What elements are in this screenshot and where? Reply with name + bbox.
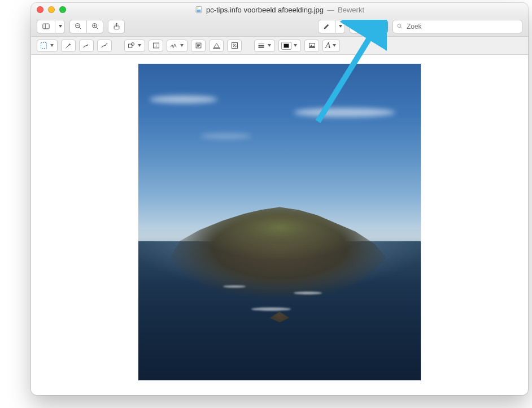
- sign-button[interactable]: [167, 40, 187, 52]
- highlighter-icon: [322, 22, 331, 31]
- canvas-area[interactable]: [31, 55, 528, 395]
- app-window: pc-tips.info voorbeeld afbeelding.jpg — …: [31, 3, 528, 395]
- svg-point-14: [398, 24, 401, 28]
- note-button[interactable]: [191, 40, 206, 52]
- magic-wand-icon: [64, 41, 73, 50]
- adjust-color-button[interactable]: [209, 40, 224, 52]
- chevron-down-icon: [138, 44, 141, 47]
- selection-tool-button[interactable]: [37, 40, 58, 52]
- document-icon: [195, 6, 203, 14]
- rotate-icon: [354, 22, 363, 31]
- draw-tool-button[interactable]: [97, 40, 112, 52]
- svg-rect-3: [43, 24, 49, 29]
- markup-icon: [376, 22, 384, 31]
- close-window-button[interactable]: [37, 6, 43, 13]
- chevron-down-icon: [339, 25, 342, 28]
- border-color-button[interactable]: [278, 40, 301, 52]
- svg-marker-26: [213, 44, 219, 48]
- draw-icon: [101, 41, 109, 50]
- zoom-out-button[interactable]: [69, 20, 86, 33]
- main-toolbar: [31, 16, 528, 37]
- chevron-down-icon: [268, 44, 271, 47]
- minimize-window-button[interactable]: [48, 6, 55, 13]
- instant-alpha-button[interactable]: [61, 40, 76, 52]
- svg-text:T: T: [155, 44, 157, 47]
- svg-line-7: [79, 27, 81, 29]
- window-title: pc-tips.info voorbeeld afbeelding.jpg — …: [31, 6, 528, 14]
- svg-line-11: [96, 27, 98, 29]
- text-tool-button[interactable]: T: [149, 40, 163, 52]
- adjust-size-button[interactable]: [227, 40, 242, 52]
- zoom-out-icon: [74, 22, 82, 31]
- svg-point-2: [197, 7, 198, 8]
- chevron-down-icon: [333, 44, 336, 47]
- line-weight-icon: [257, 41, 265, 50]
- zoom-in-icon: [91, 22, 99, 31]
- svg-line-15: [400, 27, 402, 28]
- text-style-button[interactable]: A: [322, 40, 340, 52]
- sketch-tool-button[interactable]: [79, 40, 94, 52]
- search-field[interactable]: [393, 20, 522, 33]
- border-color-swatch: [281, 42, 291, 50]
- window-title-filename: pc-tips.info voorbeeld afbeelding.jpg: [206, 6, 324, 14]
- highlight-tool: [318, 20, 345, 33]
- markup-toggle-button[interactable]: [371, 20, 388, 33]
- chevron-down-icon: [180, 44, 184, 47]
- titlebar: pc-tips.info voorbeeld afbeelding.jpg — …: [31, 3, 528, 16]
- rotate-button[interactable]: [350, 20, 367, 33]
- share-button[interactable]: [108, 20, 125, 33]
- sidebar-toggle: [37, 20, 65, 33]
- fill-color-icon: [308, 41, 316, 50]
- shapes-icon: [127, 41, 136, 50]
- markup-toolbar: T A: [31, 37, 528, 55]
- chevron-down-icon: [50, 44, 54, 47]
- window-controls: [37, 6, 66, 13]
- svg-point-17: [106, 43, 107, 44]
- search-icon: [396, 23, 403, 30]
- image-content: [138, 64, 421, 380]
- svg-rect-16: [41, 43, 47, 49]
- svg-rect-0: [196, 6, 202, 12]
- sidebar-menu-button[interactable]: [55, 20, 65, 33]
- zoom-controls: [69, 20, 103, 33]
- chevron-down-icon: [294, 44, 297, 47]
- text-box-icon: T: [152, 41, 160, 50]
- border-style-button[interactable]: [254, 40, 275, 52]
- chevron-down-icon: [59, 25, 62, 28]
- sidebar-icon: [42, 22, 50, 31]
- sidebar-button[interactable]: [37, 20, 55, 33]
- resize-icon: [230, 41, 239, 50]
- sketch-icon: [82, 41, 91, 50]
- search-input[interactable]: [407, 23, 518, 31]
- selection-icon: [40, 41, 48, 50]
- window-title-separator: —: [327, 6, 334, 14]
- fill-color-button[interactable]: [304, 40, 319, 52]
- highlight-button[interactable]: [318, 20, 335, 33]
- svg-marker-33: [309, 45, 315, 47]
- share-icon: [112, 22, 121, 31]
- window-title-status: Bewerkt: [338, 6, 364, 14]
- text-style-glyph: A: [325, 41, 330, 50]
- signature-icon: [169, 41, 178, 50]
- zoom-in-button[interactable]: [86, 20, 103, 33]
- shapes-button[interactable]: [124, 40, 145, 52]
- note-icon: [194, 41, 203, 50]
- svg-rect-1: [197, 10, 200, 12]
- highlight-menu-button[interactable]: [335, 20, 345, 33]
- adjust-color-icon: [212, 41, 221, 50]
- zoom-window-button[interactable]: [59, 6, 66, 13]
